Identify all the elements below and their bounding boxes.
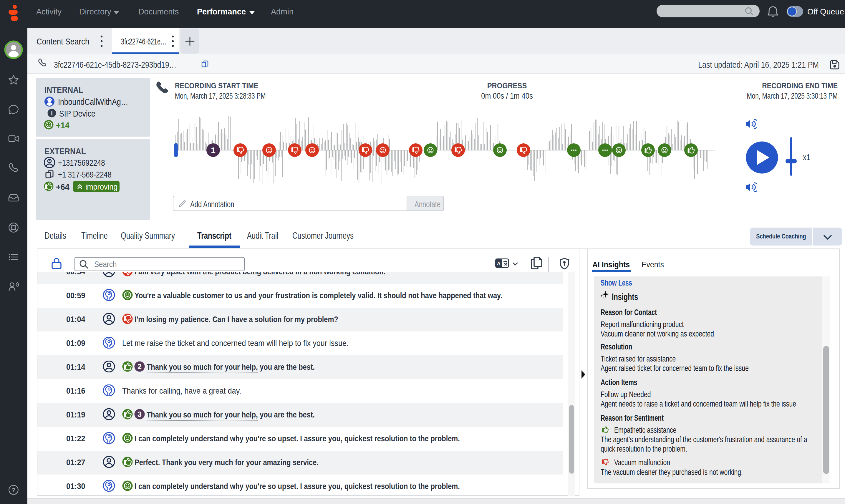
svg-text:3: 3 (138, 410, 142, 418)
svg-text:i: i (51, 110, 53, 116)
svg-text:2: 2 (138, 362, 142, 371)
svg-text:1: 1 (211, 146, 216, 155)
svg-text:A: A (497, 261, 501, 266)
svg-text:?: ? (12, 487, 16, 493)
